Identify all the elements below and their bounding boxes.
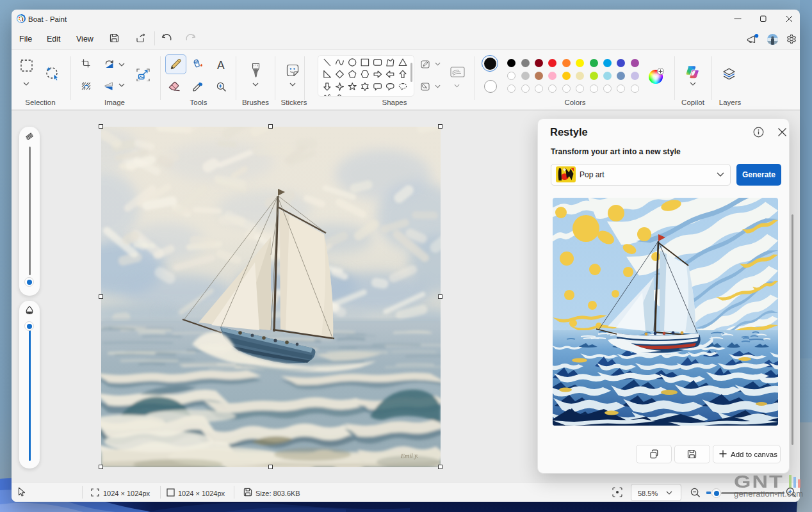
svg-text:Emil y.: Emil y. [400, 452, 419, 460]
